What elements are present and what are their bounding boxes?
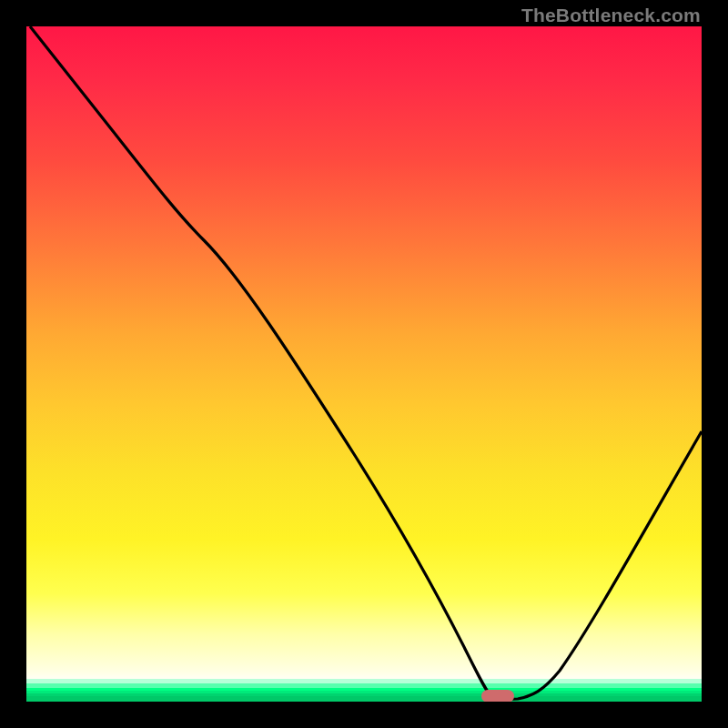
bottleneck-curve (26, 26, 702, 702)
watermark-text: TheBottleneck.com (521, 5, 701, 26)
chart-frame: TheBottleneck.com (0, 0, 728, 728)
optimal-marker (481, 690, 514, 702)
plot-area (26, 26, 702, 702)
